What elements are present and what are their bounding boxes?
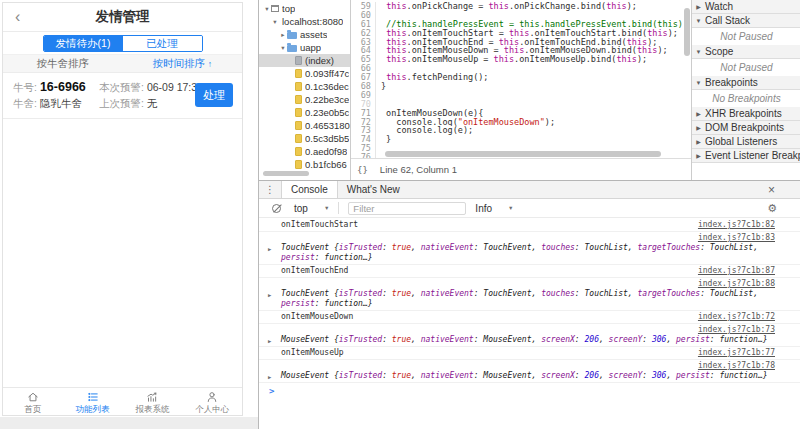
bottom-nav: 首页功能列表报表系统个人中心 (3, 387, 242, 415)
tree-item-uapp[interactable]: ▾uapp (259, 41, 350, 54)
code-line[interactable]: 68} (351, 82, 691, 91)
filter-input[interactable] (348, 202, 466, 215)
list-icon (86, 390, 100, 404)
prop-name: screenX (541, 335, 575, 344)
tree-item-0-1c36dec[interactable]: 0.1c36dec (259, 80, 350, 93)
source-link[interactable]: index.js?7c1b:77 (698, 348, 775, 358)
code-line[interactable]: 60 (351, 11, 691, 20)
tree-item-0-4653180[interactable]: 0.4653180 (259, 119, 350, 132)
prop-separator: , (628, 289, 638, 298)
source-link[interactable]: index.js?7c1b:82 (698, 220, 775, 230)
nav-item-chart[interactable]: 报表系统 (123, 388, 183, 415)
chevron-down-icon[interactable]: ▼ (324, 205, 329, 211)
sidebar-section-scope[interactable]: ▼Scope (692, 45, 800, 59)
navigator-h-scrollbar[interactable] (263, 171, 309, 176)
devtools-panel: ▾top▾localhost:8080▸assets▾uapp(index)0.… (258, 0, 800, 429)
object-expand-icon[interactable]: ▶ (268, 290, 271, 300)
source-link[interactable]: index.js?7c1b:78 (698, 361, 775, 370)
object-expand-icon[interactable]: ▶ (268, 336, 271, 346)
tree-item-0-aed0f98[interactable]: 0.aed0f98 (259, 145, 350, 158)
tab-pending[interactable]: 发情待办(1) (44, 36, 123, 51)
close-icon[interactable]: × (768, 181, 775, 198)
code-token: .onItemTouchStart.bind( (529, 29, 647, 38)
source-link[interactable]: index.js?7c1b:87 (698, 266, 775, 276)
sidebar-section-breakpoints[interactable]: ▼Breakpoints (692, 76, 800, 90)
object-preview: TouchEvent {isTrusted: true, nativeEvent… (281, 289, 775, 309)
tree-item-assets[interactable]: ▸assets (259, 28, 350, 41)
nav-item-list[interactable]: 功能列表 (63, 388, 123, 415)
tree-item-label: 0.093ff47c (305, 68, 349, 79)
code-line[interactable]: 73 console.log(e); (351, 126, 691, 135)
drawer-menu-icon[interactable]: ⋮ (259, 181, 281, 198)
tree-item-0-5c3d5b5[interactable]: 0.5c3d5b5 (259, 132, 350, 145)
sidebar-section-event-listener-breakpoints[interactable]: ▶Event Listener Breakpoints (692, 149, 800, 163)
code-token: .onItemTouchStart = (407, 29, 509, 38)
nav-item-home[interactable]: 首页 (3, 388, 63, 415)
field-pair: 上次预警:无 (99, 97, 157, 111)
nav-item-person[interactable]: 个人中心 (182, 388, 242, 415)
sidebar-section-label: DOM Breakpoints (705, 122, 784, 133)
process-button[interactable]: 处理 (195, 83, 233, 107)
tab-processed[interactable]: 已处理 (123, 36, 202, 51)
code-line[interactable]: 74 } (351, 135, 691, 144)
editor-h-scrollbar[interactable] (385, 151, 661, 157)
object-expand-icon[interactable]: ▶ (268, 372, 271, 382)
source-link[interactable]: index.js?7c1b:88 (698, 279, 775, 288)
tree-item-0-b1fcb66[interactable]: 0.b1fcb66 (259, 158, 350, 171)
tab-what-s-new[interactable]: What's New (338, 181, 409, 198)
tree-item-top[interactable]: ▾top (259, 2, 350, 15)
code-line[interactable]: 66 (351, 64, 691, 73)
code-line[interactable]: 67 this.fetchPending(); (351, 73, 691, 82)
log-level-selector[interactable]: Info (475, 203, 492, 214)
code-line[interactable]: 70 (351, 100, 691, 109)
sort-by-time[interactable]: 按时间排序 ↑ (123, 57, 243, 71)
prop-separator: , (599, 371, 609, 380)
prop-colon: : (575, 243, 585, 252)
prop-value: true (392, 371, 411, 380)
editor-v-scrollbar[interactable] (684, 8, 690, 56)
source-link-line: index.js?7c1b:78 (281, 361, 775, 371)
triangle-down-icon: ▼ (692, 80, 705, 86)
prop-separator: , (753, 289, 758, 298)
tab-console[interactable]: Console (281, 181, 338, 198)
code-line[interactable]: 61 //this.handlePressEvent = this.handle… (351, 20, 691, 29)
sidebar-section-global-listeners[interactable]: ▶Global Listeners (692, 135, 800, 149)
prop-separator: , (411, 243, 421, 252)
pretty-print-icon[interactable]: {} (357, 165, 368, 175)
code-line[interactable]: 69 (351, 91, 691, 100)
prop-value: function… (324, 299, 367, 308)
code-line[interactable]: 62 this.onItemTouchStart = this.onItemTo… (351, 29, 691, 38)
code-line[interactable]: 72 console.log("onItemMouseDown"); (351, 118, 691, 127)
prop-name: screenY (609, 371, 643, 380)
tree-item-0-093ff47c[interactable]: 0.093ff47c (259, 67, 350, 80)
tree-item--index-[interactable]: (index) (259, 54, 350, 67)
sidebar-section-dom-breakpoints[interactable]: ▶DOM Breakpoints (692, 121, 800, 135)
source-link[interactable]: index.js?7c1b:72 (698, 312, 775, 322)
tree-item-0-22be3ce[interactable]: 0.22be3ce (259, 93, 350, 106)
code-line[interactable]: 59 this.onPickChange = this.onPickChange… (351, 2, 691, 11)
sidebar-section-call-stack[interactable]: ▼Call Stack (692, 14, 800, 28)
sidebar-section-watch[interactable]: ▶Watch (692, 0, 800, 14)
file-yellow-icon (295, 160, 302, 169)
clear-console-icon[interactable] (272, 204, 281, 213)
sort-by-barn[interactable]: 按牛舍排序 (3, 57, 123, 71)
code-line[interactable]: 63 this.onItemTouchEnd = this.onItemTouc… (351, 38, 691, 47)
context-selector[interactable]: top (294, 203, 308, 214)
source-link[interactable]: index.js?7c1b:83 (698, 233, 775, 242)
tree-item-label: (index) (305, 55, 334, 66)
gear-icon[interactable]: ⚙ (767, 202, 777, 215)
code-line[interactable]: 71 onItemMouseDown(e){ (351, 109, 691, 118)
code-line[interactable]: 64 this.onItemMouseDown = this.onItemMou… (351, 46, 691, 55)
code-line[interactable]: 65 this.onItemMouseUp = this.onItemMouse… (351, 55, 691, 64)
object-expand-icon[interactable]: ▶ (268, 244, 271, 254)
tree-item-localhost-8080[interactable]: ▾localhost:8080 (259, 15, 350, 28)
chevron-down-icon[interactable]: ▼ (508, 205, 513, 211)
back-icon[interactable]: ‹ (15, 6, 20, 28)
source-link[interactable]: index.js?7c1b:73 (698, 325, 775, 334)
code-token: this (606, 2, 626, 11)
console-prompt[interactable]: > (259, 383, 800, 396)
prop-colon: : (382, 335, 392, 344)
tree-item-0-23e0b5c[interactable]: 0.23e0b5c (259, 106, 350, 119)
sidebar-section-xhr-breakpoints[interactable]: ▶XHR Breakpoints (692, 107, 800, 121)
prop-colon: : (474, 335, 484, 344)
